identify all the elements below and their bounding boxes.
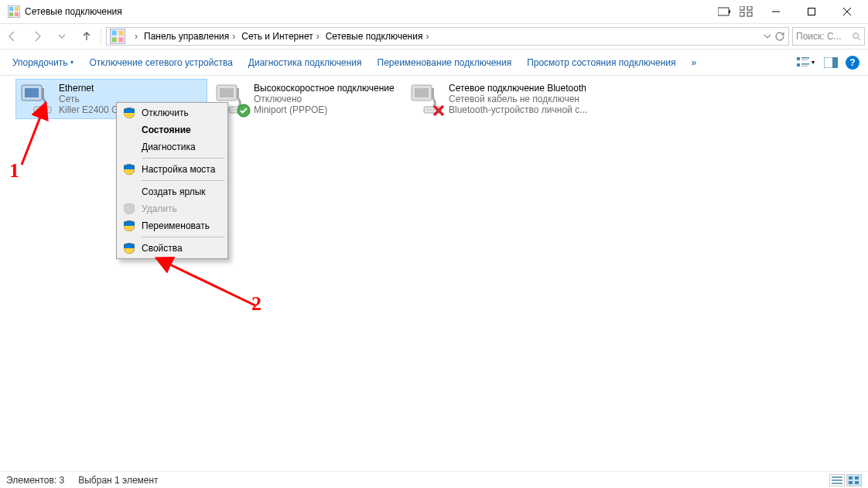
search-placeholder: Поиск: С... (796, 31, 842, 42)
ctx-bridge[interactable]: Настройка моста (118, 161, 226, 178)
status-bar: Элементов: 3 Выбран 1 элемент (0, 471, 868, 488)
close-button[interactable] (829, 0, 865, 23)
svg-rect-34 (801, 63, 809, 65)
window-title: Сетевые подключения (25, 6, 122, 17)
shield-icon (121, 220, 137, 232)
ctx-separator (142, 180, 224, 181)
svg-point-29 (853, 33, 859, 39)
ctx-separator (142, 237, 224, 237)
connection-name: Ethernet (59, 83, 128, 94)
help-icon: ? (846, 56, 859, 70)
cmd-more[interactable]: » (685, 54, 703, 71)
cmd-diagnose[interactable]: Диагностика подключения (242, 54, 368, 71)
svg-line-39 (159, 259, 255, 305)
nav-up-button[interactable] (74, 24, 99, 49)
address-bar[interactable]: › Панель управления› Сеть и Интернет› Се… (106, 27, 789, 46)
view-details-button[interactable] (829, 474, 845, 486)
view-tiles-icon (797, 56, 809, 69)
svg-rect-24 (740, 6, 744, 10)
window: Сетевые подключения › Панель управления› (0, 0, 868, 488)
titlebar-extra-icons (718, 6, 754, 17)
shield-icon (121, 203, 137, 215)
svg-rect-27 (747, 12, 752, 16)
svg-rect-41 (855, 476, 859, 479)
connection-status: Отключено (254, 94, 395, 104)
search-icon (852, 32, 861, 41)
shield-icon (121, 163, 137, 176)
ctx-shortcut[interactable]: Создать ярлык (118, 183, 226, 200)
command-bar: Упорядочить▾ Отключение сетевого устройс… (0, 49, 868, 76)
status-ok-icon (237, 104, 251, 118)
search-input[interactable]: Поиск: С... (792, 27, 865, 46)
annotation-number-1: 1 (9, 159, 19, 183)
status-count: Элементов: 3 (6, 475, 64, 486)
ctx-diagnose[interactable]: Диагностика (118, 138, 226, 155)
shield-icon (121, 242, 137, 254)
preview-pane-button[interactable] (822, 53, 840, 72)
connection-name: Сетевое подключение Bluetooth (449, 83, 587, 94)
annotation-number-2: 2 (251, 292, 261, 316)
status-selection: Выбран 1 элемент (78, 475, 158, 486)
ctx-delete: Удалить (118, 200, 226, 217)
address-icon (110, 29, 125, 44)
svg-rect-32 (801, 60, 808, 60)
breadcrumb-control-panel[interactable]: Панель управления› (141, 31, 238, 42)
cmd-organize[interactable]: Упорядочить▾ (6, 54, 80, 71)
connection-device: Miniport (PPPOE) (254, 104, 395, 115)
svg-rect-28 (808, 9, 815, 15)
address-dropdown-icon[interactable] (764, 32, 771, 40)
refresh-icon[interactable] (774, 31, 785, 42)
nav-recent-button[interactable] (50, 24, 74, 49)
cmd-disable-device[interactable]: Отключение сетевого устройства (83, 54, 238, 71)
svg-rect-30 (797, 57, 800, 60)
nav-forward-button[interactable] (25, 24, 50, 49)
shield-icon (121, 107, 137, 119)
breadcrumb-network-internet[interactable]: Сеть и Интернет› (238, 31, 322, 42)
ctx-separator (142, 158, 224, 159)
status-error-icon (432, 104, 446, 118)
connection-item-bluetooth[interactable]: Сетевое подключение Bluetooth Сетевой ка… (405, 79, 597, 119)
connection-item-broadband[interactable]: Высокоскоростное подключение Отключено M… (210, 79, 402, 119)
svg-rect-42 (849, 481, 853, 484)
cmd-rename[interactable]: Переименование подключения (371, 54, 518, 71)
tray-grid-icon (740, 6, 754, 17)
connection-icon (19, 80, 54, 116)
tray-battery-icon (718, 7, 732, 16)
titlebar: Сетевые подключения (0, 0, 868, 23)
ctx-rename[interactable]: Переименовать (118, 217, 226, 234)
ctx-disable[interactable]: Отключить (118, 104, 226, 121)
breadcrumb-network-connections[interactable]: Сетевые подключения› (323, 31, 432, 42)
help-button[interactable]: ? (843, 53, 862, 72)
content-area[interactable]: Ethernet Сеть Killer E2400 Gi... Высокос… (0, 76, 868, 471)
svg-rect-35 (801, 66, 808, 67)
preview-pane-icon (824, 57, 838, 68)
svg-rect-31 (801, 57, 809, 59)
connection-device: Bluetooth-устройство личной с... (449, 104, 587, 115)
breadcrumb-root-chev[interactable]: › (128, 31, 141, 42)
maximize-button[interactable] (794, 0, 829, 23)
annotation-arrow-2 (151, 255, 259, 309)
svg-rect-33 (797, 63, 800, 67)
navbar: › Панель управления› Сеть и Интернет› Се… (0, 23, 868, 49)
nav-back-button[interactable] (0, 24, 25, 49)
svg-rect-37 (832, 57, 838, 68)
connection-status: Сетевой кабель не подключен (449, 94, 587, 104)
svg-rect-23 (729, 10, 730, 13)
ctx-properties[interactable]: Свойства (118, 240, 226, 257)
ctx-status[interactable]: Состояние (118, 121, 226, 138)
view-mode-button[interactable]: ▾ (795, 55, 818, 70)
connection-name: Высокоскоростное подключение (254, 83, 395, 94)
svg-rect-22 (718, 8, 729, 15)
view-large-icons-button[interactable] (846, 474, 862, 486)
svg-rect-43 (855, 481, 859, 484)
svg-rect-40 (849, 476, 853, 479)
cmd-view-status[interactable]: Просмотр состояния подключения (521, 54, 682, 71)
minimize-button[interactable] (758, 0, 794, 23)
app-icon (8, 5, 20, 18)
connection-icon (408, 80, 444, 116)
svg-rect-25 (747, 6, 752, 10)
context-menu: Отключить Состояние Диагностика Настройк… (116, 102, 228, 259)
svg-rect-26 (740, 12, 744, 16)
